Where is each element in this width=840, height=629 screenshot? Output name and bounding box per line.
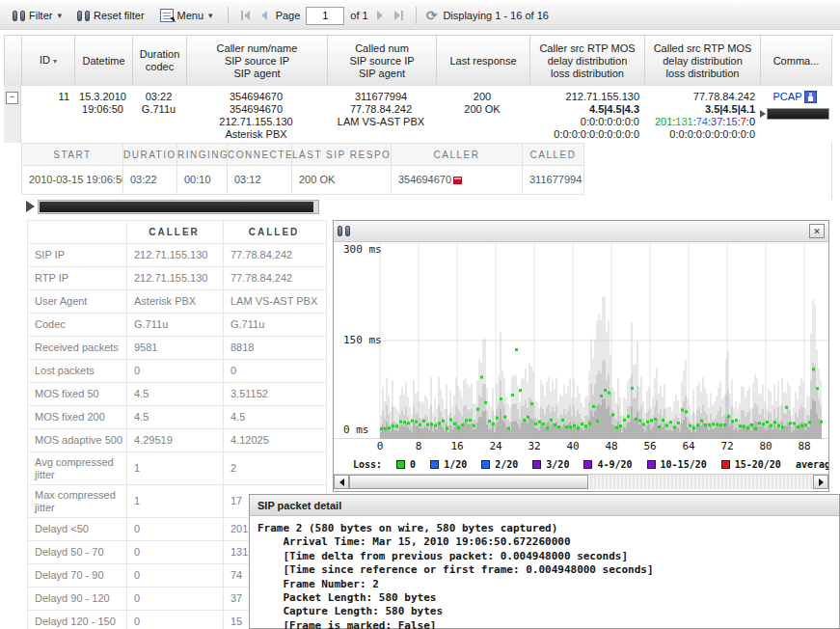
column-header-label: codec xyxy=(146,61,174,73)
table-row: CodecG.711uG.711u xyxy=(28,314,327,337)
column-header-id[interactable]: ID▾ xyxy=(22,36,75,86)
play-button[interactable] xyxy=(26,201,35,212)
close-icon: ✕ xyxy=(813,227,821,236)
packet-detail-line: Packet Length: 580 bytes xyxy=(257,591,831,605)
column-header-called-mos[interactable]: Called src RTP MOSdelay distributionloss… xyxy=(645,36,761,86)
audio-seek-fill xyxy=(40,202,313,212)
subtable-header-3[interactable]: CONNECTED xyxy=(228,143,292,166)
legend-swatch-icon xyxy=(430,460,439,469)
detail-cell: 0 xyxy=(127,564,224,588)
previous-page-button[interactable] xyxy=(258,9,270,22)
detail-cell: 9581 xyxy=(127,337,224,360)
next-page-button[interactable] xyxy=(374,9,386,22)
delay-chart xyxy=(334,242,828,439)
call-row[interactable]: − 11 15.3.201019:06:50 03:22G.711u 35469… xyxy=(4,86,832,143)
column-header-caller[interactable]: Caller num/nameSIP source IPSIP agent xyxy=(187,36,328,86)
close-graph-button[interactable]: ✕ xyxy=(809,224,825,238)
detail-cell: 4.5 xyxy=(127,406,224,429)
displaying-status: Displaying 1 - 16 of 16 xyxy=(443,10,548,21)
chevron-down-icon: ▾ xyxy=(208,11,213,20)
column-header-label: loss distribution xyxy=(666,68,740,80)
column-header-label: SIP agent xyxy=(359,68,405,80)
binoculars-icon[interactable] xyxy=(338,226,350,236)
cell-last-response: 200200 OK xyxy=(436,86,529,143)
scrollbar-thumb[interactable] xyxy=(349,475,588,489)
detail-cell: 0 xyxy=(127,518,224,541)
graph-horizontal-scrollbar[interactable] xyxy=(334,474,828,489)
cell-caller: 354694670354694670 212.71.155.130Asteris… xyxy=(186,86,327,143)
popup-title: SIP packet detail xyxy=(250,495,839,516)
subtable-header-6[interactable]: CALLED xyxy=(523,143,584,166)
play-icon xyxy=(760,110,766,118)
column-header-duration[interactable]: Durationcodec xyxy=(133,36,187,86)
legend-item-label: 2/20 xyxy=(495,459,518,470)
column-header-label: SIP source IP xyxy=(225,55,289,68)
column-header-label: ID▾ xyxy=(40,54,57,68)
column-header-last-response[interactable]: Last response xyxy=(437,36,530,86)
row-audio-player[interactable] xyxy=(760,108,830,120)
detail-row-label: Delayd 70 - 90 xyxy=(28,564,127,588)
detail-cell: Asterisk PBX xyxy=(127,290,224,314)
collapse-row-icon[interactable]: − xyxy=(6,92,18,104)
column-header-expander[interactable] xyxy=(5,36,22,86)
table-row: MOS fixed 2004.54.5 xyxy=(28,406,327,429)
pcap-download-link[interactable]: PCAP xyxy=(773,91,818,103)
detail-cell: 0 xyxy=(127,611,224,629)
first-page-button[interactable] xyxy=(238,9,253,22)
subtable-cell: 354694670 xyxy=(392,166,523,195)
legend-swatch-icon xyxy=(721,460,730,469)
column-header-comment[interactable]: Comma... xyxy=(761,36,832,86)
column-header-datetime[interactable]: Datetime xyxy=(75,36,133,86)
detail-cell: 4.29519 xyxy=(127,429,224,452)
detail-row-label: Avg compressed jitter xyxy=(28,452,127,485)
x-axis-tick-label: 8 xyxy=(416,440,422,452)
table-row: MOS fixed 504.53.51152 xyxy=(28,383,327,406)
table-row: RTP IP212.71.155.13077.78.84.242 xyxy=(28,267,327,290)
jitter-graph-panel: ✕ 300 ms 150 ms 0 ms 0816243240485664728… xyxy=(333,220,829,492)
detail-cell: 8818 xyxy=(224,337,327,360)
cell-called-mos: 77.78.84.242 3.5|4.5|4.1 201:131:74:37:1… xyxy=(644,86,760,143)
column-header-label: Duration xyxy=(140,48,180,61)
column-header-caller-mos[interactable]: Caller src RTP MOSdelay distributionloss… xyxy=(530,36,645,86)
legend-item-label: 3/20 xyxy=(546,459,569,470)
legend-swatch-icon xyxy=(481,460,490,469)
detail-row-label: MOS adaptive 500 xyxy=(28,429,127,452)
scroll-left-button[interactable] xyxy=(334,475,349,489)
subtable-header-1[interactable]: DURATION xyxy=(123,143,177,166)
x-axis-tick-label: 32 xyxy=(528,440,540,452)
legend-item-label: 1/20 xyxy=(444,459,467,470)
scroll-right-button[interactable] xyxy=(813,475,828,489)
voicemail-icon[interactable] xyxy=(453,177,462,184)
cell-caller-mos: 212.71.155.130 4.5|4.5|4.3 0:0:0:0:0:0:0… xyxy=(529,86,644,143)
detail-cell: 3.51152 xyxy=(224,383,327,406)
refresh-icon[interactable]: ⟳ xyxy=(426,10,438,21)
menu-button[interactable]: Menu ▾ xyxy=(155,7,218,24)
reset-filter-button[interactable]: Reset filter xyxy=(72,8,149,23)
page-number-input[interactable] xyxy=(306,7,344,25)
subtable-header-4[interactable]: LAST SIP RESPONSE xyxy=(292,143,392,166)
packet-detail-line: [Frame is marked: False] xyxy=(257,619,831,629)
table-row: Received packets95818818 xyxy=(28,337,327,360)
audio-progress-bar[interactable] xyxy=(767,108,829,120)
packet-detail-line: [Time delta from previous packet: 0.0049… xyxy=(257,550,831,563)
last-page-button[interactable] xyxy=(392,9,406,22)
subtable-header-0[interactable]: START xyxy=(22,143,123,166)
column-header-label: delay distribution xyxy=(548,55,628,68)
detail-row-label: User Agent xyxy=(28,290,127,314)
detail-row-label: RTP IP xyxy=(28,267,127,290)
detail-cell: 212.71.155.130 xyxy=(127,244,224,267)
detail-cell: 1 xyxy=(127,485,224,518)
audio-seek-bar[interactable] xyxy=(38,200,319,214)
detail-row-label: Delayd 50 - 70 xyxy=(28,541,127,564)
packet-detail-line: Frame 2 (580 bytes on wire, 580 bytes ca… xyxy=(257,522,831,535)
page-of-label: of 1 xyxy=(350,10,367,21)
subtable-header-5[interactable]: CALLER xyxy=(392,143,523,166)
detail-cell: G.711u xyxy=(127,314,224,337)
sort-arrow-icon[interactable]: ▾ xyxy=(53,57,57,66)
column-header-called[interactable]: Called numSIP source IPSIP agent xyxy=(328,36,437,86)
row-gutter: − xyxy=(4,86,21,143)
filter-button[interactable]: Filter ▾ xyxy=(8,8,67,23)
y-axis-label-0: 0 ms xyxy=(343,424,369,436)
subtable-header-2[interactable]: RINGING xyxy=(177,143,228,166)
detail-cell: 77.78.84.242 xyxy=(224,244,327,267)
